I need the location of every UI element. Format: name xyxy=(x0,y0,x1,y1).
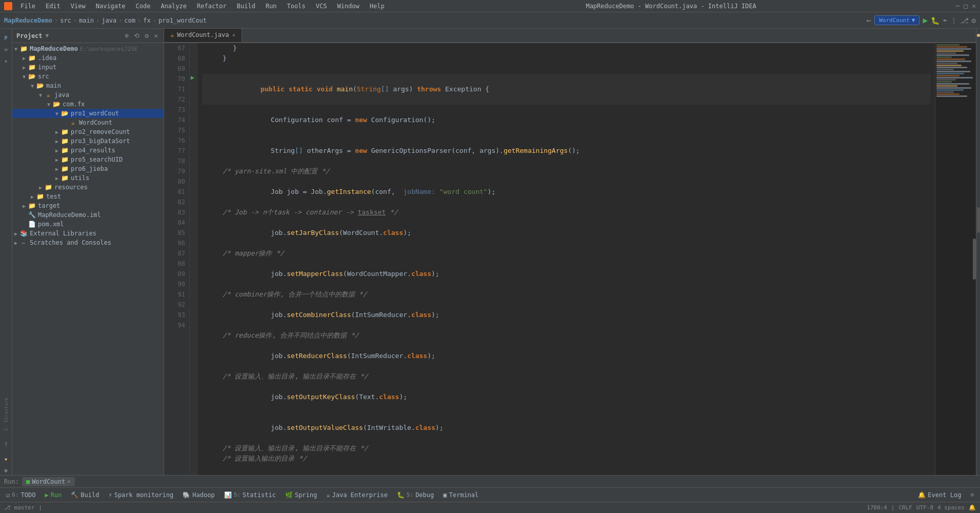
web-btn[interactable]: ◉ xyxy=(1,465,11,475)
menu-edit[interactable]: Edit xyxy=(44,2,63,11)
tree-item-comfx[interactable]: ▼ 📂 com.fx xyxy=(12,100,164,109)
panel-action-sync[interactable]: ⟲ xyxy=(132,31,141,40)
favorites-btn[interactable]: ★ xyxy=(1,453,11,464)
git-btn[interactable]: ⎇ xyxy=(961,16,969,25)
breadcrumb-com[interactable]: com xyxy=(124,17,135,24)
tree-item-wordcount[interactable]: ▶ ☕ WordCount xyxy=(12,118,164,127)
java-enterprise-icon: ☕ xyxy=(326,491,330,499)
terminal-tab[interactable]: ▣ Terminal xyxy=(439,490,483,500)
breadcrumb-java[interactable]: java xyxy=(102,17,116,24)
folder-icon-input: 📁 xyxy=(28,63,36,71)
tree-item-input[interactable]: ▶ 📁 input xyxy=(12,63,164,72)
tree-arrow-scratches: ▶ xyxy=(12,240,19,246)
java-enterprise-tab[interactable]: ☕ Java Enterprise xyxy=(322,490,392,500)
status-indent[interactable]: 4 spaces xyxy=(937,504,965,511)
event-log-tab[interactable]: 🔔 Event Log xyxy=(914,490,965,500)
minimize-btn[interactable]: ─ xyxy=(956,2,960,10)
maximize-btn[interactable]: □ xyxy=(964,2,968,10)
statistic-tab[interactable]: 📊 5: Statistic xyxy=(220,490,280,500)
tree-item-pro2[interactable]: ▶ 📁 pro2_removeCount xyxy=(12,127,164,136)
panel-action-settings[interactable]: ⚙ xyxy=(143,31,150,40)
tree-item-resources[interactable]: ▶ 📁 resources xyxy=(12,183,164,192)
debug-tab[interactable]: 🐛 5: Debug xyxy=(393,490,438,500)
tree-item-iml[interactable]: ▶ 🔧 MapReduceDemo.iml xyxy=(12,210,164,220)
menu-run[interactable]: Run xyxy=(264,2,279,11)
editor-scrollbar[interactable] xyxy=(977,207,980,233)
tree-item-root[interactable]: ▼ 📁 MapReduceDemo E:\workspacesJ2SE xyxy=(12,44,164,53)
status-position[interactable]: 1700:4 xyxy=(867,504,887,511)
coverage-button[interactable]: ☂ xyxy=(943,16,947,25)
vcs-status[interactable]: ⎇ master xyxy=(4,504,34,511)
tree-item-scratches[interactable]: ▶ ✏ Scratches and Consoles xyxy=(12,238,164,247)
menu-navigate[interactable]: Navigate xyxy=(94,2,128,11)
tab-close-btn[interactable]: × xyxy=(232,32,235,38)
tree-item-utils[interactable]: ▶ 📁 utils xyxy=(12,173,164,183)
panel-action-add[interactable]: ⊕ xyxy=(124,31,131,40)
code-line-84: job.setOutputKeyClass(Text.class); xyxy=(202,382,931,412)
breadcrumb-src[interactable]: src xyxy=(60,17,71,24)
tree-arrow-target: ▶ xyxy=(21,203,28,209)
more-run-btn[interactable]: ⋮ xyxy=(950,16,957,25)
tree-item-pro6[interactable]: ▶ 📁 pro6_jieba xyxy=(12,164,164,173)
run-button[interactable]: ▶ xyxy=(923,15,928,25)
todo-tab[interactable]: ☑ 6: TODO xyxy=(2,490,39,500)
panel-dropdown[interactable]: ▼ xyxy=(46,32,49,39)
folder-icon-utils: 📁 xyxy=(61,174,69,182)
run-tab-wordcount[interactable]: ■ WordCount × xyxy=(22,477,75,486)
menu-help[interactable]: Help xyxy=(368,2,387,11)
learn-btn[interactable]: ? xyxy=(1,439,11,449)
tree-item-target[interactable]: ▶ 📁 target xyxy=(12,201,164,210)
menu-code[interactable]: Code xyxy=(134,2,153,11)
run-config-btn[interactable]: WordCount ▼ xyxy=(874,15,919,25)
tree-item-pro3[interactable]: ▶ 📁 pro3_bigDataSort xyxy=(12,136,164,146)
breadcrumb-fx[interactable]: fx xyxy=(143,17,150,24)
menu-tools[interactable]: Tools xyxy=(285,2,308,11)
status-sep1: | xyxy=(38,504,42,511)
tab-wordcount[interactable]: ☕ WordCount.java × xyxy=(164,29,242,42)
menu-view[interactable]: View xyxy=(69,2,88,11)
tree-arrow-idea: ▶ xyxy=(21,55,28,61)
spring-icon: 🌿 xyxy=(285,491,293,499)
menu-file[interactable]: File xyxy=(18,2,37,11)
tree-item-pro4[interactable]: ▶ 📁 pro4_results xyxy=(12,146,164,155)
menu-analyze[interactable]: Analyze xyxy=(158,2,189,11)
close-btn[interactable]: × xyxy=(972,2,976,10)
menu-build[interactable]: Build xyxy=(235,2,257,11)
tree-item-pro1[interactable]: ▼ 📂 pro1_wordCout xyxy=(12,109,164,118)
tree-item-test[interactable]: ▶ 📁 test xyxy=(12,192,164,201)
project-tool-btn[interactable]: P xyxy=(1,33,11,43)
tree-item-idea[interactable]: ▶ 📁 .idea xyxy=(12,53,164,63)
gutter: ▶ xyxy=(190,43,198,475)
bottom-settings-btn[interactable]: ⚙ xyxy=(966,491,978,498)
structure-btn[interactable]: ≡ xyxy=(1,44,11,54)
run-tab-close[interactable]: × xyxy=(67,478,71,485)
status-crlf[interactable]: CRLF xyxy=(898,504,912,511)
tree-item-src[interactable]: ▼ 📂 src xyxy=(12,72,164,81)
notifications-btn[interactable]: 🔔 xyxy=(969,504,976,511)
tree-item-main[interactable]: ▼ 📂 main xyxy=(12,81,164,90)
tree-item-pom[interactable]: ▶ 📄 pom.xml xyxy=(12,220,164,229)
tree-item-java[interactable]: ▼ ☕ java xyxy=(12,90,164,100)
breadcrumb-main[interactable]: main xyxy=(79,17,94,24)
hadoop-tab[interactable]: 🐘 Hadoop xyxy=(178,490,218,500)
panel-action-close[interactable]: × xyxy=(152,31,159,40)
run-tool-tab[interactable]: ▶ Run xyxy=(41,490,66,500)
status-charset[interactable]: UTF-8 xyxy=(916,504,933,511)
settings-btn[interactable]: ⚙ xyxy=(972,16,976,25)
spark-tab[interactable]: ⚡ Spark monitoring xyxy=(104,490,177,500)
code-content[interactable]: } } public static void main(String[] arg… xyxy=(198,43,935,475)
breadcrumb-project[interactable]: MapReduceDemo xyxy=(4,17,52,24)
tree-item-pro5[interactable]: ▶ 📁 pro5_searchUID xyxy=(12,155,164,164)
build-tab[interactable]: 🔨 Build xyxy=(67,490,103,500)
breadcrumb-pro1[interactable]: pro1_wordCout xyxy=(158,17,207,24)
debug-button[interactable]: 🐛 xyxy=(931,16,939,25)
menu-vcs[interactable]: VCS xyxy=(314,2,329,11)
menu-refactor[interactable]: Refactor xyxy=(195,2,229,11)
src-icon: 📂 xyxy=(28,72,36,81)
spring-tab[interactable]: 🌿 Spring xyxy=(281,490,321,500)
menu-window[interactable]: Window xyxy=(335,2,361,11)
bookmark-btn[interactable]: ★ xyxy=(1,55,11,66)
tree-arrow-pro3: ▶ xyxy=(53,139,61,144)
back-btn[interactable]: ← xyxy=(867,15,872,25)
tree-item-extlibs[interactable]: ▶ 📚 External Libraries xyxy=(12,229,164,238)
